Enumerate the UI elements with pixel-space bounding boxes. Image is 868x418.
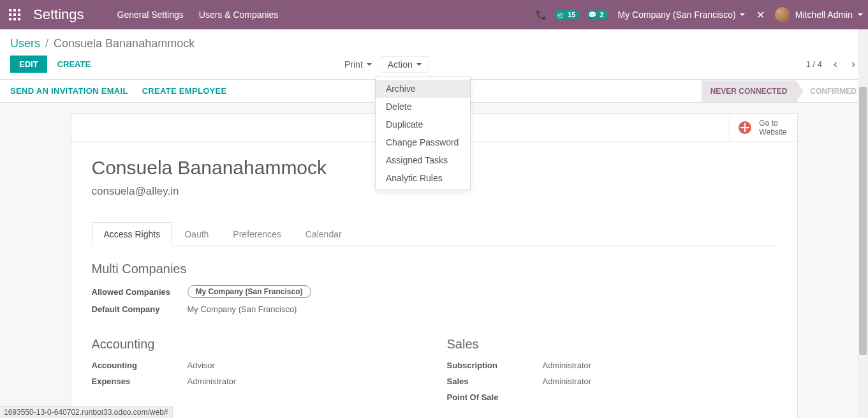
sales-section: Sales Subscription Administrator Sales A…	[447, 337, 777, 408]
field-allowed-companies: Allowed Companies My Company (San Franci…	[92, 285, 777, 298]
section-accounting-title: Accounting	[92, 337, 422, 352]
chevron-down-icon	[367, 63, 372, 66]
field-point-of-sale: Point Of Sale	[447, 392, 777, 402]
create-employee-button[interactable]: CREATE EMPLOYEE	[142, 86, 227, 96]
user-menu[interactable]: Mitchell Admin	[775, 7, 863, 22]
action-label: Action	[388, 59, 413, 70]
company-tag[interactable]: My Company (San Francisco)	[188, 285, 311, 298]
field-label: Accounting	[92, 361, 188, 370]
studio-icon[interactable]: ✕	[756, 9, 765, 21]
field-sales: Sales Administrator	[447, 377, 777, 386]
tab-calendar[interactable]: Calendar	[293, 222, 354, 246]
section-multi-companies: Multi Companies	[92, 262, 777, 276]
field-label: Subscription	[447, 361, 543, 370]
tab-access-rights[interactable]: Access Rights	[92, 222, 173, 246]
status-bar-url: 1693550-13-0-640702.runbot33.odoo.com/we…	[0, 406, 173, 418]
scrollbar[interactable]	[858, 29, 868, 418]
breadcrumb-separator: /	[45, 37, 48, 50]
field-label: Sales	[447, 377, 543, 386]
field-label: Expenses	[92, 377, 188, 386]
field-accounting: Accounting Advisor	[92, 361, 422, 370]
website-btn-line2: Website	[759, 128, 786, 137]
field-value: Administrator	[188, 377, 237, 386]
field-value: Administrator	[543, 361, 592, 370]
action-item-archive[interactable]: Archive	[376, 80, 470, 98]
tab-preferences[interactable]: Preferences	[221, 222, 293, 246]
nav-general-settings[interactable]: General Settings	[110, 10, 191, 20]
status-never-connected[interactable]: NEVER CONNECTED	[702, 80, 797, 102]
topbar: Settings General Settings Users & Compan…	[0, 0, 868, 29]
chevron-down-icon	[416, 63, 422, 66]
action-item-change-password[interactable]: Change Password	[376, 133, 470, 151]
pager-next[interactable]: ›	[849, 57, 858, 71]
field-expenses: Expenses Administrator	[92, 377, 422, 386]
scrollbar-thumb[interactable]	[859, 87, 867, 355]
activities-button[interactable]: ◴ 15	[555, 9, 579, 20]
field-label: Point Of Sale	[447, 392, 543, 402]
tab-oauth[interactable]: Oauth	[172, 222, 221, 246]
company-selector[interactable]: My Company (San Francisco)	[618, 10, 745, 20]
print-label: Print	[344, 59, 363, 70]
create-button[interactable]: CREATE	[57, 59, 91, 69]
breadcrumb: Users / Consuela Bananahammock	[0, 29, 868, 53]
chevron-down-icon	[858, 13, 863, 16]
status-confirmed[interactable]: CONFIRMED	[796, 80, 865, 102]
company-name: My Company (San Francisco)	[618, 10, 736, 20]
action-item-assigned-tasks[interactable]: Assigned Tasks	[376, 151, 470, 169]
send-invitation-button[interactable]: SEND AN INVITATION EMAIL	[10, 86, 128, 96]
action-item-analytic-rules[interactable]: Analytic Rules	[376, 169, 470, 187]
action-item-duplicate[interactable]: Duplicate	[376, 116, 470, 133]
field-subscription: Subscription Administrator	[447, 361, 777, 370]
default-company-link[interactable]: My Company (San Francisco)	[188, 304, 297, 314]
activities-count: 15	[564, 10, 579, 19]
section-sales-title: Sales	[447, 337, 777, 352]
avatar	[775, 7, 790, 22]
status-bar: NEVER CONNECTED CONFIRMED	[702, 80, 865, 102]
app-title: Settings	[33, 6, 84, 23]
messages-count: 2	[596, 10, 607, 19]
globe-icon	[739, 121, 751, 134]
action-dropdown-menu: Archive Delete Duplicate Change Password…	[375, 77, 471, 190]
field-value: Advisor	[188, 361, 215, 370]
field-default-company: Default Company My Company (San Francisc…	[92, 304, 777, 314]
breadcrumb-current: Consuela Bananahammock	[54, 37, 195, 50]
control-bar: EDIT CREATE Print Action 1 / 4 ‹ ›	[0, 53, 868, 79]
pager: 1 / 4 ‹ ›	[806, 57, 858, 71]
messages-button[interactable]: 💬 2	[587, 9, 607, 20]
pager-text: 1 / 4	[806, 59, 822, 69]
go-to-website-button[interactable]: Go to Website	[729, 114, 797, 142]
chevron-down-icon	[740, 13, 745, 16]
action-item-delete[interactable]: Delete	[376, 98, 470, 116]
breadcrumb-root[interactable]: Users	[10, 37, 40, 50]
field-label: Allowed Companies	[92, 287, 188, 297]
tabs: Access Rights Oauth Preferences Calendar	[92, 222, 777, 246]
phone-icon[interactable]: 📞	[531, 4, 551, 25]
pager-prev[interactable]: ‹	[831, 57, 840, 71]
field-label: Default Company	[92, 304, 188, 314]
print-dropdown[interactable]: Print	[338, 57, 378, 72]
apps-menu-icon[interactable]	[5, 5, 24, 24]
field-value: Administrator	[543, 377, 592, 386]
edit-button[interactable]: EDIT	[10, 56, 47, 73]
website-btn-line1: Go to	[759, 119, 786, 128]
accounting-section: Accounting Accounting Advisor Expenses A…	[92, 337, 422, 408]
nav-users-companies[interactable]: Users & Companies	[191, 10, 286, 20]
action-dropdown[interactable]: Action	[381, 56, 429, 73]
user-name: Mitchell Admin	[795, 10, 853, 20]
